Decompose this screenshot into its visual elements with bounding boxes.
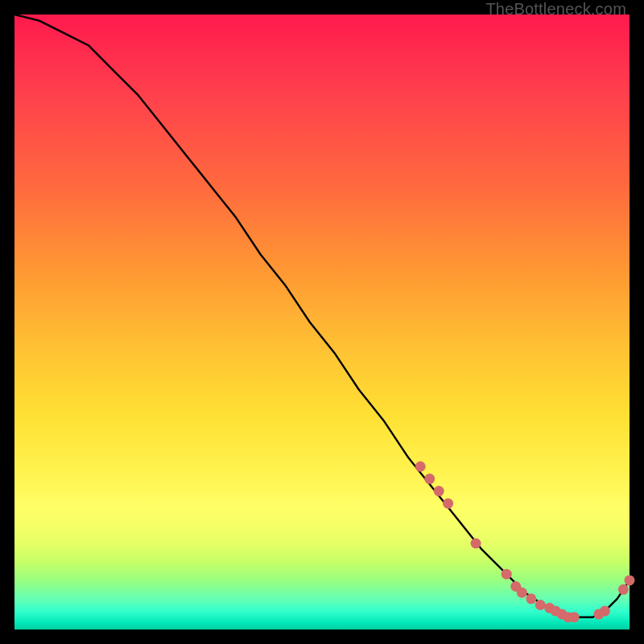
data-marker <box>434 486 444 497</box>
data-marker <box>625 575 635 585</box>
data-marker <box>526 593 536 604</box>
plot-area <box>14 14 630 630</box>
data-marker <box>535 600 546 610</box>
data-marker <box>618 584 629 595</box>
markers-group <box>415 461 635 622</box>
chart-frame: TheBottleneck.com <box>0 0 644 644</box>
data-marker <box>471 539 481 549</box>
data-marker <box>415 461 426 472</box>
data-marker <box>424 473 435 484</box>
bottleneck-curve <box>14 14 630 617</box>
data-marker <box>443 498 453 509</box>
data-marker <box>600 606 610 617</box>
chart-svg <box>14 14 630 630</box>
data-marker <box>502 569 512 580</box>
data-marker <box>517 588 527 598</box>
data-marker <box>569 612 580 622</box>
